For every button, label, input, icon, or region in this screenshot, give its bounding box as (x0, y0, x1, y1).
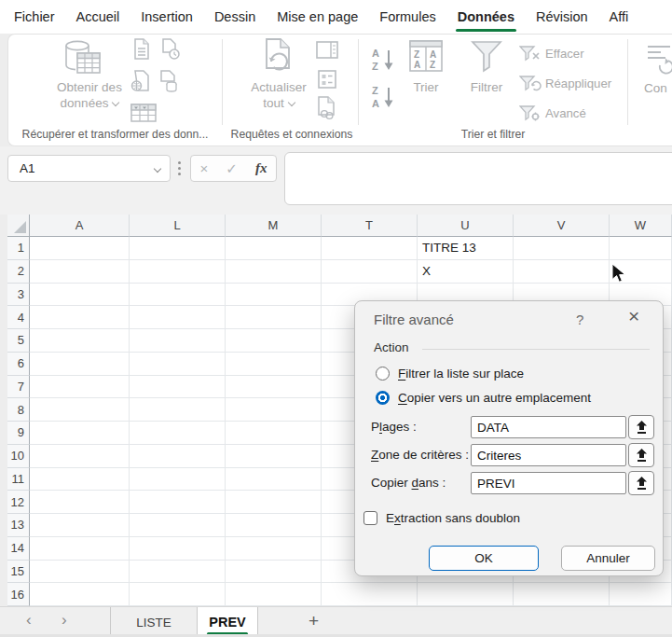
grid-cell[interactable] (130, 329, 226, 353)
file-globe-icon[interactable] (130, 70, 151, 96)
row-header-15[interactable]: 15 (7, 561, 30, 584)
grid-cell[interactable] (30, 537, 130, 561)
radio-filter-in-place[interactable]: Filtrer la liste sur place (376, 365, 524, 381)
grid-cell[interactable] (226, 329, 322, 353)
column-header-U[interactable]: U (418, 215, 514, 237)
sort-asc-icon[interactable]: AZ (370, 47, 396, 76)
queries-pane-icon[interactable] (316, 41, 338, 62)
ok-button[interactable]: OK (429, 546, 539, 571)
grid-cell[interactable] (226, 514, 322, 537)
grid-cell[interactable] (226, 537, 322, 561)
grid-cell[interactable] (226, 284, 322, 307)
menu-tab-mise-en-page[interactable]: Mise en page (277, 0, 358, 34)
grid-cell[interactable] (30, 422, 130, 445)
advanced-filter-button[interactable]: Avancé (545, 106, 586, 120)
grid-cell[interactable] (130, 514, 226, 537)
menu-tab-accueil[interactable]: Accueil (76, 0, 120, 34)
grid-cell[interactable] (610, 583, 672, 606)
grid-cell[interactable] (30, 398, 130, 422)
grid-cell[interactable] (226, 260, 322, 284)
formula-cancel-icon[interactable]: × (200, 161, 209, 175)
refresh-all-button[interactable]: Actualiser tout (236, 79, 322, 111)
grid-cell[interactable] (30, 237, 130, 260)
file-text-icon[interactable] (132, 38, 151, 64)
list-range-input[interactable] (471, 416, 626, 438)
sort-desc-icon[interactable]: ZA (370, 84, 396, 114)
grid-cell[interactable] (30, 284, 130, 307)
column-header-W[interactable]: W (610, 215, 672, 237)
row-header-6[interactable]: 6 (7, 353, 30, 376)
grid-cell[interactable] (30, 561, 130, 584)
grid-cell[interactable] (30, 376, 130, 399)
row-header-9[interactable]: 9 (7, 422, 30, 445)
sheet-tab-prev[interactable]: PREV (198, 607, 258, 637)
menu-tab-dessin[interactable]: Dessin (214, 0, 255, 34)
row-header-3[interactable]: 3 (7, 284, 30, 307)
grid-cell[interactable] (226, 306, 322, 329)
radio-selected-icon[interactable] (376, 391, 390, 405)
grid-cell[interactable] (30, 583, 130, 606)
row-header-14[interactable]: 14 (7, 537, 30, 561)
sheet-next-icon[interactable]: › (62, 611, 67, 630)
row-header-16[interactable]: 16 (7, 583, 30, 606)
column-header-M[interactable]: M (226, 215, 322, 237)
cell-U2[interactable]: X (422, 260, 431, 284)
criteria-range-input[interactable] (471, 444, 626, 466)
row-header-12[interactable]: 12 (7, 491, 30, 514)
copy-to-input[interactable] (471, 472, 626, 494)
column-header-L[interactable]: L (130, 215, 226, 237)
grid-cell[interactable] (130, 561, 226, 584)
dialog-close-icon[interactable]: × (628, 305, 639, 327)
column-header-V[interactable]: V (514, 215, 610, 237)
grid-cell[interactable] (322, 237, 418, 260)
formula-enter-icon[interactable]: ✓ (226, 161, 238, 175)
menu-tab-fichier[interactable]: Fichier (14, 0, 55, 34)
file-database-icon[interactable] (158, 70, 179, 96)
filter-button[interactable]: Filtrer (458, 79, 515, 95)
row-header-7[interactable]: 7 (7, 376, 30, 399)
menu-tab-formules[interactable]: Formules (379, 0, 435, 34)
sheet-prev-icon[interactable]: ‹ (26, 611, 32, 630)
grid-cell[interactable] (130, 537, 226, 561)
grid-cell[interactable] (322, 583, 418, 606)
cancel-button[interactable]: Annuler (561, 546, 655, 571)
menu-tab-données[interactable]: Données (458, 0, 514, 34)
grid-cell[interactable] (226, 353, 322, 376)
grid-cell[interactable] (30, 306, 130, 329)
grid-cell[interactable] (30, 260, 130, 284)
row-header-8[interactable]: 8 (7, 398, 30, 422)
row-header-11[interactable]: 11 (7, 468, 30, 492)
list-range-select-button[interactable] (628, 415, 654, 439)
name-box-chevron-icon[interactable] (154, 164, 161, 172)
grid-cell[interactable] (610, 237, 672, 260)
menu-tab-affi[interactable]: Affi (610, 0, 629, 34)
table-range-icon[interactable] (130, 104, 157, 126)
grid-cell[interactable] (130, 260, 226, 284)
grid-cell[interactable] (30, 353, 130, 376)
grid-cell[interactable] (30, 445, 130, 468)
grid-cell[interactable] (226, 376, 322, 399)
grid-cell[interactable] (226, 468, 322, 492)
grid-cell[interactable] (130, 284, 226, 307)
copy-to-range-select-button[interactable] (628, 471, 654, 495)
properties-icon[interactable] (318, 70, 336, 92)
grid-cell[interactable] (130, 353, 226, 376)
name-box[interactable]: A1 (7, 155, 171, 182)
grid-cell[interactable] (322, 260, 418, 284)
grid-cell[interactable] (226, 237, 322, 260)
grid-cell[interactable] (130, 398, 226, 422)
cell-U1[interactable]: TITRE 13 (422, 237, 476, 260)
grid-cell[interactable] (226, 422, 322, 445)
sheet-tab-liste[interactable]: LISTE (110, 607, 198, 637)
clear-filter-button[interactable]: Effacer (545, 47, 584, 61)
formula-bar-handle[interactable] (178, 161, 181, 175)
grid-cell[interactable] (130, 468, 226, 492)
unique-records-checkbox-row[interactable]: Extraction sans doublon (363, 511, 520, 525)
row-header-5[interactable]: 5 (7, 329, 30, 353)
row-header-10[interactable]: 10 (7, 445, 30, 468)
reapply-filter-button[interactable]: Réappliquer (545, 76, 611, 90)
grid-cell[interactable] (418, 260, 514, 284)
grid-cell[interactable] (130, 445, 226, 468)
grid-cell[interactable] (514, 260, 610, 284)
grid-cell[interactable] (130, 491, 226, 514)
